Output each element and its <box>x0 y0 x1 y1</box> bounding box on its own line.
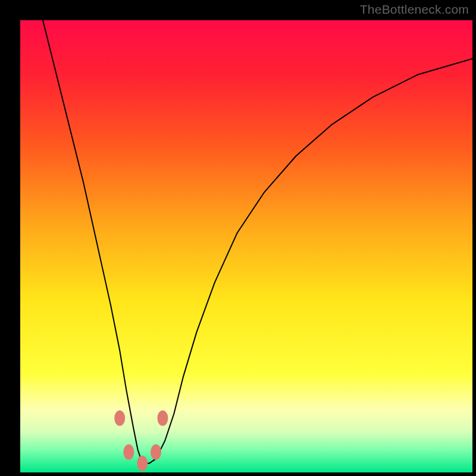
marker-4 <box>157 411 168 426</box>
marker-2 <box>137 456 148 471</box>
chart-svg <box>20 20 472 472</box>
gradient-background <box>20 20 472 472</box>
watermark-text: TheBottleneck.com <box>360 2 469 17</box>
marker-0 <box>114 411 125 426</box>
chart-plot-area <box>20 20 472 472</box>
marker-1 <box>123 444 134 460</box>
marker-3 <box>151 444 161 460</box>
